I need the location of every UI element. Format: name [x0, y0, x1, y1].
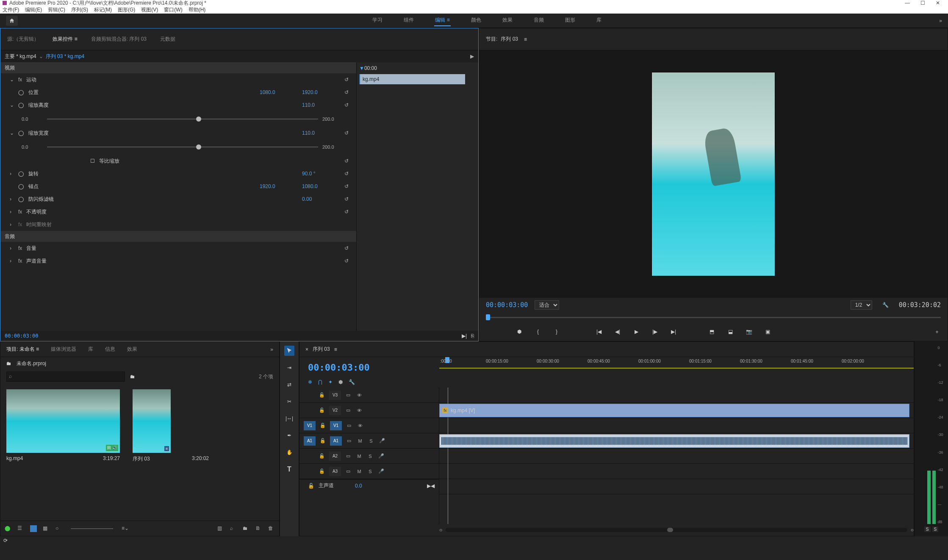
- tab-close-icon[interactable]: ×: [305, 347, 308, 352]
- property-scale-height[interactable]: ⌄◯ 缩放高度 110.0 ↺: [0, 99, 356, 111]
- menu-help[interactable]: 帮助(H): [188, 6, 206, 14]
- new-bin-icon[interactable]: 🖿: [243, 525, 249, 532]
- ripple-edit-tool[interactable]: ⇄: [284, 380, 294, 390]
- workspace-editing[interactable]: 编辑: [434, 15, 450, 26]
- anchor-y[interactable]: 1080.0: [302, 183, 340, 189]
- tab-metadata[interactable]: 元数据: [160, 36, 175, 43]
- menu-edit[interactable]: 编辑(E): [25, 6, 42, 14]
- property-anchor[interactable]: ◯ 锚点 1920.0 1080.0 ↺: [0, 180, 356, 193]
- program-viewport[interactable]: [479, 50, 948, 298]
- tab-info[interactable]: 信息: [105, 346, 115, 353]
- selected-clip-label[interactable]: 序列 03 * kg.mp4: [46, 53, 84, 60]
- razor-tool[interactable]: ✂: [284, 396, 294, 407]
- effect-motion[interactable]: ⌄fx 运动 ↺: [0, 73, 356, 86]
- stopwatch-icon[interactable]: ◯: [18, 89, 24, 95]
- effect-channel-volume[interactable]: ›fx 声道音量 ↺: [0, 255, 356, 267]
- tab-source[interactable]: 源:（无剪辑）: [7, 36, 39, 43]
- reset-icon[interactable]: ↺: [344, 245, 352, 251]
- track-header-v2[interactable]: 🔓V2▭👁: [299, 403, 439, 418]
- icon-view-icon[interactable]: [30, 525, 37, 532]
- master-track-header[interactable]: 🔓主声道0.0▶◀: [299, 479, 439, 492]
- go-to-playhead-icon[interactable]: ▶: [470, 53, 474, 59]
- tab-libraries[interactable]: 库: [88, 346, 93, 353]
- stopwatch-icon[interactable]: ◯: [18, 130, 24, 136]
- button-editor-icon[interactable]: ＋: [933, 328, 941, 335]
- menu-view[interactable]: 视图(V): [141, 6, 158, 14]
- playhead-icon[interactable]: ▼: [359, 65, 364, 71]
- property-rotation[interactable]: ›◯ 旋转 90.0 ° ↺: [0, 167, 356, 180]
- slip-tool[interactable]: |↔|: [284, 413, 294, 424]
- stopwatch-icon[interactable]: ◯: [18, 171, 24, 177]
- reset-icon[interactable]: ↺: [344, 89, 352, 95]
- mark-in-icon[interactable]: {: [534, 328, 542, 335]
- selection-tool[interactable]: [284, 346, 294, 356]
- chevron-down-icon[interactable]: ⌄: [39, 53, 43, 59]
- export-frame-icon[interactable]: ⎘: [471, 333, 474, 339]
- wrench-icon[interactable]: 🔧: [882, 302, 889, 308]
- lift-icon[interactable]: ⬒: [708, 328, 715, 335]
- reset-icon[interactable]: ↺: [344, 196, 352, 202]
- reset-icon[interactable]: ↺: [344, 158, 352, 164]
- thumb-size-slider[interactable]: [71, 528, 113, 529]
- go-to-out-icon[interactable]: ▶|: [670, 328, 677, 335]
- solo-right[interactable]: S: [932, 527, 939, 532]
- property-anti-flicker[interactable]: ›◯ 防闪烁滤镜 0.00 ↺: [0, 193, 356, 205]
- track-header-v1[interactable]: V1🔓V1▭👁: [299, 418, 439, 433]
- automate-to-sequence-icon[interactable]: ▥: [217, 525, 224, 532]
- track-header-a3[interactable]: 🔓A3▭MS🎤: [299, 464, 439, 479]
- reset-icon[interactable]: ↺: [344, 102, 352, 108]
- track-header-a1[interactable]: A1🔓A1▭MS🎤: [299, 433, 439, 449]
- export-frame-icon[interactable]: 📷: [745, 328, 753, 335]
- track-select-tool[interactable]: ⇥: [284, 363, 294, 373]
- position-y[interactable]: 1920.0: [302, 89, 340, 95]
- project-search-input[interactable]: [6, 371, 125, 382]
- flicker-value[interactable]: 0.00: [302, 196, 340, 202]
- bin-icon[interactable]: 🖿: [6, 360, 12, 366]
- settings-icon[interactable]: 🔧: [349, 379, 355, 385]
- hand-tool[interactable]: ✋: [284, 447, 294, 457]
- new-item-icon[interactable]: 🗎: [255, 525, 262, 532]
- close-button[interactable]: ✕: [930, 0, 945, 6]
- mini-clip[interactable]: kg.mp4: [359, 74, 465, 84]
- position-x[interactable]: 1080.0: [260, 89, 298, 95]
- project-item[interactable]: ≡ 序列 033:20:02: [133, 389, 209, 515]
- add-marker-icon[interactable]: ⬢: [516, 328, 523, 335]
- timeline-track-area[interactable]: fxkg.mp4 [V]: [439, 388, 914, 524]
- minimize-button[interactable]: —: [900, 0, 915, 6]
- write-enable-icon[interactable]: ⬤: [5, 525, 11, 532]
- linked-selection-icon[interactable]: ⋂: [318, 379, 322, 385]
- effect-mini-timeline[interactable]: ▼ 00:00 kg.mp4: [356, 62, 478, 331]
- property-uniform-scale[interactable]: ☐ 等比缩放 ↺: [0, 155, 356, 167]
- snap-icon[interactable]: ❄: [308, 379, 312, 385]
- effect-time-remap[interactable]: ›fx 时间重映射: [0, 218, 356, 231]
- extract-icon[interactable]: ⬓: [726, 328, 734, 335]
- workspace-effects[interactable]: 效果: [502, 15, 513, 26]
- find-icon[interactable]: ⌕: [230, 525, 237, 532]
- property-position[interactable]: ◯ 位置 1080.0 1920.0 ↺: [0, 86, 356, 99]
- scale-width-value[interactable]: 110.0: [302, 130, 340, 136]
- maximize-button[interactable]: ☐: [915, 0, 930, 6]
- workspace-libraries[interactable]: 库: [596, 15, 602, 26]
- time-ruler[interactable]: :00:00 00:00:15:00 00:00:30:00 00:00:45:…: [439, 357, 914, 369]
- ec-timecode[interactable]: 00:00:03:00: [5, 333, 38, 339]
- project-item[interactable]: 田 🔊 kg.mp43:19:27: [6, 389, 120, 515]
- menu-clip[interactable]: 剪辑(C): [48, 6, 65, 14]
- sequence-tab[interactable]: 序列 03: [313, 346, 330, 353]
- sort-icon[interactable]: ≡⌄: [122, 525, 128, 532]
- reset-icon[interactable]: ↺: [344, 77, 352, 83]
- type-tool[interactable]: T: [284, 464, 294, 474]
- timeline-timecode[interactable]: 00:00:03:00: [308, 362, 370, 373]
- go-to-in-icon[interactable]: |◀: [595, 328, 603, 335]
- video-clip[interactable]: fxkg.mp4 [V]: [439, 404, 909, 417]
- stopwatch-icon[interactable]: ◯: [18, 102, 24, 108]
- workspace-audio[interactable]: 音频: [533, 15, 545, 26]
- tab-effects[interactable]: 效果: [127, 346, 137, 353]
- timeline-zoom-bar[interactable]: ○○: [299, 524, 914, 536]
- effect-opacity[interactable]: ›fx 不透明度 ↺: [0, 205, 356, 218]
- stopwatch-icon[interactable]: ◯: [18, 183, 24, 189]
- play-icon[interactable]: ▶: [632, 328, 640, 335]
- add-marker-icon[interactable]: ✦: [328, 379, 333, 385]
- delete-icon[interactable]: 🗑: [268, 525, 275, 532]
- scale-width-slider[interactable]: 0.0 200.0: [0, 139, 356, 155]
- panel-overflow[interactable]: »: [270, 347, 273, 352]
